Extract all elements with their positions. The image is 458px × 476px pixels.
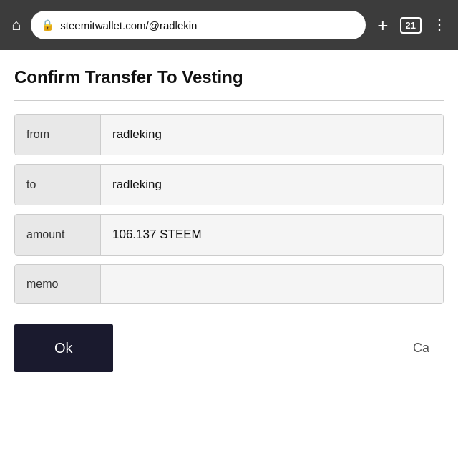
cancel-button[interactable]: Ca xyxy=(413,341,444,356)
amount-value: 106.137 STEEM xyxy=(101,215,443,255)
memo-row: memo xyxy=(14,264,444,304)
address-bar[interactable]: 🔒 steemitwallet.com/@radlekin xyxy=(31,11,366,39)
new-tab-icon[interactable]: + xyxy=(373,11,392,39)
to-label: to xyxy=(15,165,101,205)
to-row: to radleking xyxy=(14,164,444,205)
home-icon[interactable]: ⌂ xyxy=(9,13,24,37)
lock-icon: 🔒 xyxy=(41,19,54,31)
from-value: radleking xyxy=(101,115,443,155)
from-label: from xyxy=(15,115,101,155)
amount-label: amount xyxy=(15,215,101,255)
browser-menu-icon[interactable]: ⋮ xyxy=(429,13,449,37)
tabs-count-badge[interactable]: 21 xyxy=(400,17,422,34)
buttons-area: Ok Ca xyxy=(14,324,444,372)
from-row: from radleking xyxy=(14,114,444,155)
page-content: Confirm Transfer To Vesting from radleki… xyxy=(0,50,458,372)
browser-chrome: ⌂ 🔒 steemitwallet.com/@radlekin + 21 ⋮ xyxy=(0,0,458,50)
page-title: Confirm Transfer To Vesting xyxy=(14,67,444,87)
title-divider xyxy=(14,100,444,101)
ok-button[interactable]: Ok xyxy=(14,324,113,372)
url-text: steemitwallet.com/@radlekin xyxy=(60,19,197,31)
to-value: radleking xyxy=(101,165,443,205)
amount-row: amount 106.137 STEEM xyxy=(14,214,444,256)
memo-label: memo xyxy=(15,265,101,303)
memo-value xyxy=(101,265,443,303)
